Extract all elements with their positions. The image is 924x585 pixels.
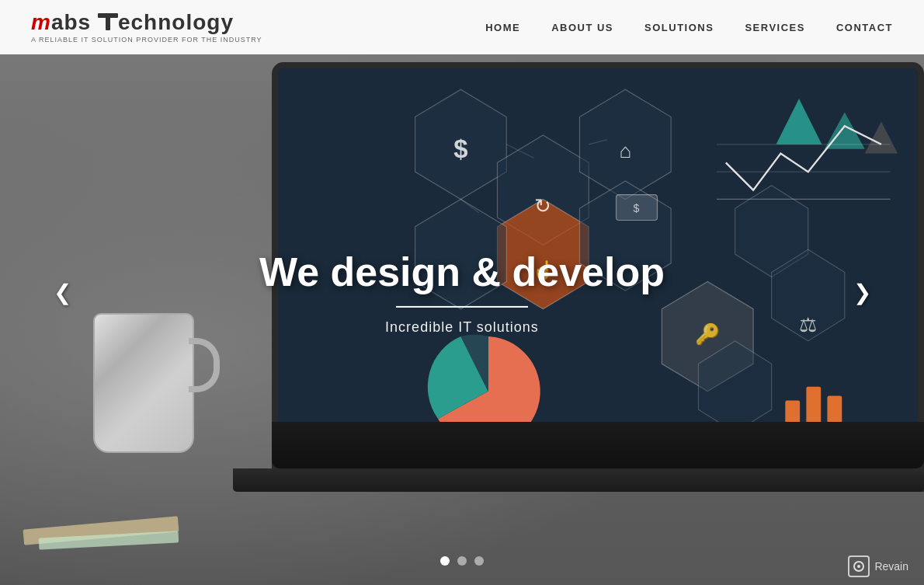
- nav-item-services[interactable]: SERVICES: [745, 22, 805, 33]
- svg-point-34: [857, 565, 860, 568]
- navigation: HOME ABOUT US SOLUTIONS SERVICES CONTACT: [485, 22, 893, 33]
- revain-label: Revain: [874, 560, 908, 573]
- nav-item-solutions[interactable]: SOLUTIONS: [644, 22, 714, 33]
- revain-badge: Revain: [848, 555, 908, 577]
- header: mabs echnology A reliable IT solution pr…: [0, 0, 924, 54]
- svg-text:$: $: [453, 134, 467, 163]
- chevron-right-icon: ❯: [853, 280, 871, 305]
- slide-dots: [440, 556, 484, 566]
- logo-t-icon: [98, 12, 118, 32]
- laptop-base: [233, 468, 924, 492]
- hero-section: $ ↻ ☝ $ ⌂ 🔑: [0, 0, 924, 585]
- slide-next-button[interactable]: ❯: [846, 277, 877, 308]
- svg-text:🔑: 🔑: [695, 322, 721, 346]
- revain-logo-icon: [852, 559, 866, 573]
- nav-item-about[interactable]: ABOUT US: [551, 22, 613, 33]
- laptop-keyboard: [272, 422, 924, 468]
- slide-text-overlay: We design & develop Incredible IT soluti…: [229, 249, 695, 335]
- slide-prev-button[interactable]: ❮: [47, 277, 78, 308]
- slide-dot-1[interactable]: [440, 556, 450, 566]
- chevron-left-icon: ❮: [54, 280, 71, 305]
- svg-text:$: $: [634, 202, 640, 214]
- slide-dot-3[interactable]: [474, 556, 484, 566]
- slide-dot-2[interactable]: [457, 556, 467, 566]
- slide-subtext: Incredible IT solutions: [229, 319, 695, 336]
- logo[interactable]: mabs echnology A reliable IT solution pr…: [31, 12, 262, 44]
- svg-rect-36: [106, 13, 110, 30]
- logo-tagline: A reliable IT solution provider for the …: [31, 36, 262, 44]
- logo-technology: echnology: [118, 10, 234, 34]
- logo-text: mabs echnology: [31, 12, 262, 33]
- svg-text:⚖: ⚖: [799, 314, 817, 336]
- svg-text:↻: ↻: [534, 195, 551, 217]
- nav-item-contact[interactable]: CONTACT: [836, 22, 893, 33]
- hero-content: $ ↻ ☝ $ ⌂ 🔑: [0, 0, 924, 585]
- logo-rest: abs: [51, 10, 98, 34]
- slide-divider: [396, 306, 528, 308]
- nav-item-home[interactable]: HOME: [485, 22, 520, 33]
- mug-decoration: [93, 313, 217, 468]
- svg-text:⌂: ⌂: [619, 140, 631, 162]
- logo-m: m: [31, 10, 51, 34]
- slide-headline: We design & develop: [229, 249, 695, 294]
- revain-icon: [848, 555, 870, 577]
